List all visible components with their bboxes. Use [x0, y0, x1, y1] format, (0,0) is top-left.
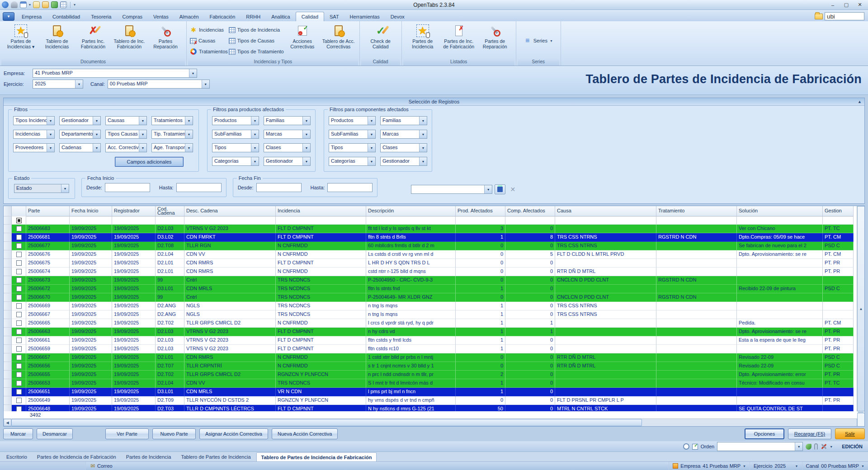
- componentes-filter-marcas[interactable]: Marcas▼: [380, 130, 427, 139]
- productos-filter-categorias[interactable]: Categorías▼: [212, 157, 259, 166]
- chevron-down-icon[interactable]: ▼: [185, 130, 193, 138]
- row-checkbox-cell[interactable]: [12, 250, 26, 259]
- asignar-accion-correctiva-button[interactable]: Asignar Acción Correctiva: [199, 428, 268, 439]
- row-header-cell[interactable]: [4, 353, 12, 362]
- productos-filter-familias[interactable]: Familias▼: [264, 116, 311, 125]
- table-row[interactable]: 2500666919/09/202519/09/2025D2.ANGNGLSTR…: [4, 302, 864, 310]
- filter-cell[interactable]: [555, 216, 656, 225]
- row-checkbox-cell[interactable]: [12, 233, 26, 242]
- menu-tab-analitica[interactable]: Analitica: [266, 12, 296, 21]
- main-filter-age-transportes[interactable]: Age. Transportes▼: [151, 143, 193, 152]
- chevron-down-icon[interactable]: ▼: [251, 117, 259, 125]
- row-checkbox[interactable]: [16, 398, 22, 403]
- chevron-down-icon[interactable]: ▼: [75, 80, 83, 88]
- row-header-cell[interactable]: [4, 285, 12, 293]
- productos-filter-gestionador[interactable]: Gestionador▼: [264, 157, 311, 166]
- table-row[interactable]: 2500667319/09/202519/09/202599CntrlTRS N…: [4, 276, 864, 285]
- campos-adicionales-button[interactable]: Campos adicionales: [115, 157, 184, 167]
- table-row[interactable]: 2500665519/09/202519/09/2025D2.T02TLLR G…: [4, 371, 864, 379]
- row-checkbox-cell[interactable]: [12, 285, 26, 293]
- chevron-down-icon[interactable]: ▼: [47, 117, 54, 125]
- main-filter-tipos-incidencia[interactable]: Tipos Incidencia▼: [13, 116, 55, 125]
- column-header-solucion[interactable]: Solución: [737, 206, 823, 216]
- row-header-cell[interactable]: [4, 319, 12, 328]
- user-icon[interactable]: [11, 1, 18, 8]
- folder-icon[interactable]: [815, 14, 823, 19]
- table-row[interactable]: 2500667219/09/202519/09/2025D3.L01CDN MR…: [4, 285, 864, 293]
- row-header-cell[interactable]: [4, 250, 12, 259]
- row-checkbox[interactable]: [16, 381, 22, 386]
- main-filter-proveedores[interactable]: Proveedores▼: [13, 143, 55, 152]
- table-row[interactable]: 2500667619/09/202519/09/2025D2.L04CDN VV…: [4, 250, 864, 259]
- cube-icon[interactable]: [51, 1, 58, 8]
- row-header-cell[interactable]: [4, 233, 12, 242]
- chevron-down-icon[interactable]: ▼: [419, 157, 427, 165]
- menu-tab-tesoreria[interactable]: Tesoreria: [85, 12, 117, 21]
- tools-icon[interactable]: [821, 443, 827, 450]
- row-header-cell[interactable]: [4, 259, 12, 268]
- table-row[interactable]: 2500665919/09/202519/09/2025D2.L03VTRNS …: [4, 345, 864, 353]
- row-header-cell[interactable]: [4, 371, 12, 379]
- row-checkbox[interactable]: [16, 372, 22, 377]
- ribbon-button-partes-de-incidencia[interactable]: Partes de Incidencia: [405, 23, 440, 51]
- ribbon-button-series[interactable]: Series▼: [519, 37, 557, 44]
- table-row[interactable]: 2500665619/09/202519/09/2025D2.T07TLLR C…: [4, 362, 864, 371]
- chevron-down-icon[interactable]: ▼: [47, 130, 54, 138]
- status-ejercicio-combo[interactable]: Ejercicio 2025 ▼: [750, 462, 802, 470]
- row-checkbox-cell[interactable]: [12, 259, 26, 268]
- chevron-down-icon[interactable]: ▼: [419, 130, 427, 138]
- chevron-down-icon[interactable]: ▼: [419, 117, 427, 125]
- componentes-filter-gestionador[interactable]: Gestionador▼: [380, 157, 427, 166]
- row-checkbox-cell[interactable]: [12, 345, 26, 353]
- chevron-down-icon[interactable]: ▼: [139, 130, 146, 138]
- chevron-down-icon[interactable]: ▼: [202, 80, 209, 88]
- row-checkbox[interactable]: [16, 303, 22, 309]
- table-search-icon[interactable]: [60, 1, 67, 8]
- row-checkbox-cell[interactable]: [12, 276, 26, 285]
- row-checkbox[interactable]: [16, 312, 22, 317]
- windows-icon[interactable]: [20, 1, 27, 8]
- row-checkbox-cell[interactable]: [12, 293, 26, 302]
- filter-checkbox-cell[interactable]: [12, 216, 26, 225]
- ribbon-button-tratamientos[interactable]: Tratamientos: [190, 47, 228, 56]
- column-header-causa[interactable]: Causa: [555, 206, 656, 216]
- chevron-down-icon[interactable]: ▼: [185, 144, 193, 152]
- opciones-button[interactable]: Opciones: [745, 428, 784, 439]
- row-header-cell[interactable]: [4, 379, 12, 388]
- table-row[interactable]: 2500667019/09/202519/09/202599CntrlTRS N…: [4, 293, 864, 302]
- chevron-down-icon[interactable]: ▼: [139, 144, 146, 152]
- window-tab-escritorio[interactable]: Escritorio: [2, 452, 32, 461]
- row-checkbox[interactable]: [16, 286, 22, 291]
- filter-cell[interactable]: [184, 216, 276, 225]
- fecha-fin-desde-input[interactable]: [256, 183, 302, 192]
- componentes-filter-tipos[interactable]: Tipos▼: [329, 143, 376, 152]
- row-header-cell[interactable]: [4, 336, 12, 345]
- main-filter-causas[interactable]: Causas▼: [105, 116, 147, 125]
- estado-combo[interactable]: Estado▼: [14, 184, 69, 193]
- ribbon-button-tablero-de-inc-fabricacion[interactable]: Tablero de Inc. Fabricación: [112, 23, 147, 51]
- menu-tab-herramientas[interactable]: Herramientas: [344, 12, 385, 21]
- chevron-down-icon[interactable]: ▼: [47, 144, 54, 152]
- filter-cell[interactable]: [26, 216, 70, 225]
- chevron-down-icon[interactable]: ▼: [189, 69, 197, 77]
- menu-tab-calidad[interactable]: Calidad: [296, 12, 324, 21]
- column-header-desc-cadena[interactable]: Desc. Cadena: [184, 206, 276, 216]
- clear-filter-button[interactable]: ✕: [508, 184, 518, 194]
- main-filter-departamentos[interactable]: Departamentos▼: [59, 130, 101, 139]
- chevron-down-icon[interactable]: ▼: [302, 157, 310, 165]
- maximize-button[interactable]: ▢: [840, 1, 853, 9]
- table-row[interactable]: 2500667719/09/202519/09/2025D2.T08TLLR R…: [4, 242, 864, 250]
- app-menu-button[interactable]: ▼: [3, 12, 14, 21]
- ribbon-button-tablero-de-acc-correctivas[interactable]: Tablero de Acc. Correctivas: [321, 23, 356, 51]
- productos-filter-productos[interactable]: Productos▼: [212, 116, 259, 125]
- ribbon-button-partes-de-inc-de-fabricacion[interactable]: Partes de Inc. de Fabricación: [441, 23, 476, 51]
- main-filter-acc-correctivas[interactable]: Acc. Correctivas▼: [105, 143, 147, 152]
- componentes-filter-familias[interactable]: Familias▼: [380, 116, 427, 125]
- vertical-scrollbar[interactable]: ▲ ▼: [857, 206, 864, 411]
- window-tab-partes-de-incidencia[interactable]: Partes de Incidencia: [122, 452, 176, 461]
- attachment-icon[interactable]: [814, 443, 818, 450]
- ribbon-button-partes-inc-fabricacion[interactable]: Partes Inc. Fabricación: [75, 23, 111, 51]
- row-checkbox-cell[interactable]: [12, 319, 26, 328]
- fecha-inicio-desde-input[interactable]: [105, 183, 150, 192]
- ribbon-button-causas[interactable]: Causas: [190, 37, 228, 45]
